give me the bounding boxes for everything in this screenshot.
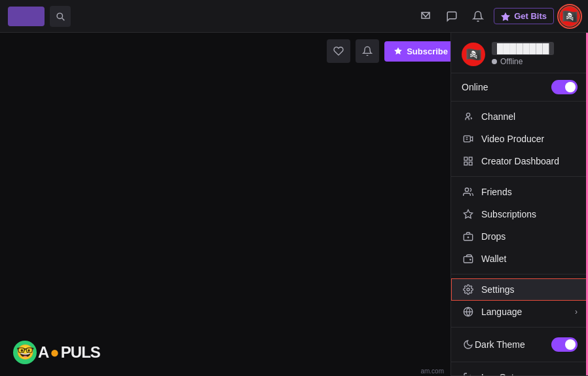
dark-theme-label: Dark Theme [475,339,551,350]
search-button[interactable] [50,6,71,27]
action-bar: Subscribe [327,33,457,69]
logo[interactable] [8,7,45,26]
language-label: Language [481,307,568,317]
svg-point-12 [465,188,468,191]
svg-marker-3 [394,47,402,54]
online-toggle-row[interactable]: Online [451,73,588,102]
menu-item-drops[interactable]: Drops [451,225,588,248]
settings-label: Settings [481,284,578,295]
get-bits-label: Get Bits [514,11,547,21]
dropdown-username: ████████ [492,42,554,55]
bell-button[interactable] [356,39,379,63]
dark-theme-icon [462,339,475,350]
topbar: Get Bits 🏴‍☠️ [0,0,588,33]
messages-button[interactable] [441,6,462,27]
menu-item-settings[interactable]: Settings [451,278,588,301]
user-avatar-button[interactable]: 🏴‍☠️ [559,6,580,27]
dropdown-avatar: 🏴‍☠️ [462,43,485,66]
svg-marker-2 [501,12,510,20]
dropdown-profile: 🏴‍☠️ ████████ Offline [451,33,588,73]
menu-item-subscriptions[interactable]: Subscriptions [451,203,588,225]
creator-dashboard-icon [462,156,475,166]
online-label: Online [462,82,488,92]
watermark: 🤓 A ● PULS [13,341,100,364]
wallet-icon [462,254,475,264]
menu-section-3: Settings Language › [451,274,588,328]
inbox-button[interactable] [415,6,436,27]
watermark-text: A [38,343,48,362]
language-chevron: › [575,307,578,316]
svg-point-17 [470,259,471,260]
dropdown-profile-info: ████████ Offline [492,42,554,66]
subscriptions-label: Subscriptions [481,209,578,219]
dark-theme-row[interactable]: Dark Theme [451,331,588,358]
svg-rect-11 [469,162,472,165]
friends-label: Friends [481,187,578,197]
dropdown-menu: 🏴‍☠️ ████████ Offline Online Channel [450,33,588,376]
menu-section-1: Channel Video Producer Creator Dashboard [451,102,588,177]
menu-section-2: Friends Subscriptions Drops [451,177,588,274]
logout-icon [462,372,475,376]
channel-icon [462,111,475,122]
menu-section-logout: Log Out [451,362,588,376]
online-toggle[interactable] [551,80,578,94]
watermark-icon: 🤓 [13,341,37,364]
svg-point-4 [466,113,469,117]
status-dot [492,59,497,64]
svg-point-0 [57,13,62,18]
menu-item-friends[interactable]: Friends [451,181,588,203]
menu-item-wallet[interactable]: Wallet [451,248,588,270]
svg-marker-13 [464,210,472,218]
app-url: am.com [420,367,444,375]
drops-icon [462,231,475,242]
menu-item-creator-dashboard[interactable]: Creator Dashboard [451,150,588,172]
logout-label: Log Out [481,372,578,376]
svg-rect-9 [469,157,472,160]
drops-label: Drops [481,231,578,242]
status-text: Offline [500,57,523,66]
menu-section-theme: Dark Theme [451,328,588,362]
menu-item-channel[interactable]: Channel [451,105,588,128]
channel-label: Channel [481,111,578,122]
svg-point-18 [467,288,469,291]
language-icon [462,307,475,317]
subscribe-label: Subscribe [407,47,448,56]
watermark-dot: ● [50,343,60,362]
video-producer-label: Video Producer [481,134,578,144]
creator-dashboard-label: Creator Dashboard [481,156,578,166]
menu-item-video-producer[interactable]: Video Producer [451,128,588,150]
watermark-text2: PULS [61,343,100,362]
friends-icon [462,187,475,197]
topbar-right: Get Bits 🏴‍☠️ [415,6,580,27]
wallet-label: Wallet [481,254,578,264]
menu-item-language[interactable]: Language › [451,301,588,323]
menu-item-logout[interactable]: Log Out [451,366,588,376]
video-producer-icon [462,134,475,144]
get-bits-button[interactable]: Get Bits [494,8,554,24]
settings-icon [462,284,475,295]
dark-theme-toggle[interactable] [551,337,578,352]
svg-line-1 [62,18,65,20]
svg-rect-8 [464,157,468,160]
heart-button[interactable] [327,39,350,63]
subscribe-button[interactable]: Subscribe [384,41,457,62]
svg-rect-10 [464,162,468,165]
dropdown-status: Offline [492,57,554,66]
notifications-button[interactable] [468,6,488,27]
subscriptions-icon [462,209,475,219]
